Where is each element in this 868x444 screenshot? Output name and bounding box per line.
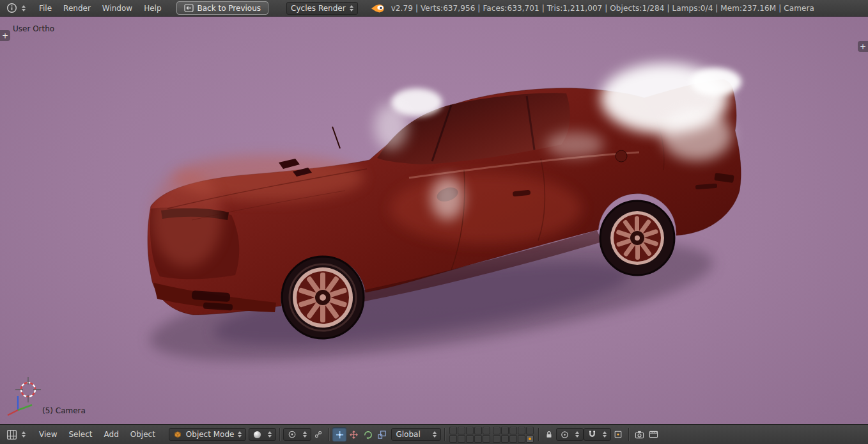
layer-button[interactable] — [501, 435, 509, 443]
layer-button[interactable] — [466, 427, 474, 434]
layer-button[interactable] — [483, 427, 490, 434]
top-header: File Render Window Help Back to Previous… — [0, 0, 868, 17]
render-engine-dropdown[interactable]: Cycles Render — [286, 2, 358, 15]
layer-button[interactable] — [526, 427, 534, 434]
object-mode-cube-icon — [173, 430, 182, 439]
back-to-previous-button[interactable]: Back to Previous — [176, 1, 269, 15]
render-film-icon — [649, 430, 658, 439]
menu-render[interactable]: Render — [58, 2, 97, 15]
layer-button[interactable] — [474, 427, 482, 434]
scale-icon — [377, 430, 387, 440]
proportional-edit-icon — [561, 431, 569, 439]
layer-button-active[interactable] — [526, 435, 534, 443]
chevron-updown-icon — [433, 431, 437, 438]
opengl-render-anim-button[interactable] — [646, 427, 660, 441]
opengl-render-still-button[interactable] — [632, 427, 646, 441]
editor-type-selector-info[interactable] — [4, 1, 28, 15]
layer-button[interactable] — [501, 427, 509, 434]
3d-view-editor-icon — [6, 429, 17, 440]
antenna — [332, 127, 340, 148]
blender-logo-icon — [371, 3, 385, 13]
scale-manipulator-button[interactable] — [375, 427, 389, 441]
chevron-updown-icon — [303, 431, 307, 438]
translate-icon — [349, 430, 359, 440]
menu-add[interactable]: Add — [98, 428, 125, 441]
magnet-icon — [588, 430, 596, 439]
chevron-updown-icon — [350, 5, 353, 12]
translate-manipulator-button[interactable] — [346, 427, 360, 441]
lock-to-scene-button[interactable] — [542, 427, 556, 441]
layer-button[interactable] — [518, 435, 525, 443]
chevron-updown-icon — [238, 431, 242, 438]
pivot-point-icon — [288, 430, 297, 439]
render-camera-icon — [635, 430, 644, 439]
layer-button[interactable] — [466, 435, 474, 443]
manipulator-axis-icon — [335, 430, 345, 440]
back-arrow-icon — [184, 4, 194, 12]
manipulator-toggle[interactable] — [332, 427, 346, 441]
layer-button[interactable] — [458, 435, 465, 443]
snap-dropdown[interactable] — [584, 428, 611, 441]
menu-file[interactable]: File — [33, 2, 58, 15]
layer-button[interactable] — [493, 435, 500, 443]
layer-button[interactable] — [518, 427, 525, 434]
layer-button[interactable] — [493, 427, 500, 434]
layer-button[interactable] — [449, 435, 457, 443]
mode-dropdown[interactable]: Object Mode — [169, 428, 247, 441]
back-button-label: Back to Previous — [198, 4, 261, 13]
viewport-header: View Select Add Object Object Mode — [0, 424, 868, 444]
pivot-align-toggle[interactable] — [311, 427, 325, 441]
rear-wheel — [600, 201, 674, 275]
snap-element-button[interactable] — [611, 427, 625, 441]
layer-button[interactable] — [509, 435, 517, 443]
layer-button[interactable] — [474, 435, 482, 443]
layer-button[interactable] — [509, 427, 517, 434]
fuel-cap — [616, 150, 627, 162]
front-wheel — [282, 257, 364, 338]
scene-statistics: v2.79 | Verts:637,956 | Faces:633,701 | … — [391, 4, 814, 13]
chevron-updown-icon — [603, 431, 607, 438]
layer-button[interactable] — [458, 427, 465, 434]
chevron-updown-icon — [22, 431, 26, 438]
shading-sphere-icon — [253, 431, 261, 439]
layers-group-right — [493, 427, 534, 443]
rotate-manipulator-button[interactable] — [360, 427, 375, 441]
info-editor-icon — [6, 3, 17, 13]
menu-view[interactable]: View — [33, 428, 63, 441]
proportional-edit-dropdown[interactable] — [556, 428, 584, 441]
mini-axis-gizmo — [3, 369, 60, 420]
layer-button[interactable] — [483, 435, 490, 443]
layer-button[interactable] — [449, 427, 457, 434]
editor-type-selector-3dview[interactable] — [4, 428, 28, 441]
pivot-point-dropdown[interactable] — [283, 428, 311, 441]
menu-help[interactable]: Help — [138, 2, 167, 15]
rotate-icon — [363, 430, 373, 440]
3d-cursor-icon — [15, 377, 41, 402]
chevron-updown-icon — [22, 5, 26, 12]
render-engine-label: Cycles Render — [291, 4, 346, 13]
menu-object[interactable]: Object — [125, 428, 161, 441]
menu-window[interactable]: Window — [97, 2, 138, 15]
transform-orientation-dropdown[interactable]: Global — [391, 428, 441, 441]
chevron-updown-icon — [575, 431, 579, 438]
viewport-shading-dropdown[interactable] — [249, 428, 276, 441]
orientation-label: Global — [396, 430, 420, 439]
menu-select[interactable]: Select — [63, 428, 98, 441]
viewport-render — [0, 17, 868, 424]
snap-element-icon — [614, 430, 623, 439]
lock-icon — [545, 430, 554, 439]
layers-group-left — [449, 427, 490, 443]
mode-label: Object Mode — [186, 430, 235, 439]
pivot-align-icon — [314, 430, 323, 439]
chevron-updown-icon — [268, 431, 272, 438]
viewport-3d[interactable]: User Ortho (5) Camera + + — [0, 17, 868, 424]
blender-window: { "top_header": { "menus": [ {"label": "… — [0, 0, 868, 444]
